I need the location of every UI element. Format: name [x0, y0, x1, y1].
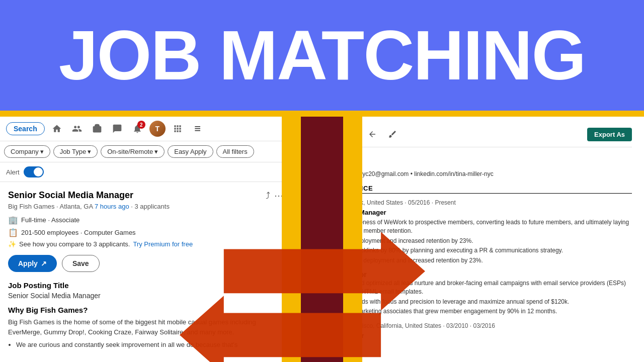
save-button[interactable]: Save	[62, 255, 100, 272]
applicant-count: ·	[131, 203, 134, 210]
main-content: Search 2 T ≡	[0, 117, 644, 362]
avatar[interactable]: T	[149, 121, 166, 137]
resume-linkedin: linkedin.com/in/tina-miller-nyc	[414, 170, 493, 177]
easy-apply-filter[interactable]: Easy Apply	[168, 145, 213, 158]
applicants: 3 applicants	[135, 203, 170, 210]
more-icon[interactable]: ≡	[190, 121, 206, 137]
action-row: Apply ↗ Save	[8, 255, 283, 272]
job-bullets: We are curious and constantly seek impro…	[8, 341, 283, 348]
dark-red-bar	[301, 117, 343, 362]
apps-icon[interactable]	[170, 121, 186, 137]
avatar-initial: T	[149, 121, 166, 137]
job-card: Senior Social Media Manager Big Fish Gam…	[0, 182, 291, 362]
company-size: 201-500 employees · Computer Games	[21, 229, 136, 236]
export-button[interactable]: Export As	[587, 128, 632, 141]
filter-bar: Company ▾ Job Type ▾ On-site/Remote ▾ Ea…	[0, 141, 291, 162]
briefcase-icon[interactable]	[89, 121, 105, 137]
why-title: Why Big Fish Games?	[8, 306, 283, 314]
job-title: Senior Social Media Manager	[8, 190, 170, 201]
job-type-filter[interactable]: Job Type ▾	[53, 145, 98, 158]
comparison-text: See how you compare to 3 applicants.	[19, 240, 130, 248]
nav-bar: Search 2 T ≡	[0, 117, 291, 141]
left-panel: Search 2 T ≡	[0, 117, 292, 362]
search-button[interactable]: Search	[6, 122, 45, 135]
hero-banner: JOB MATCHING	[0, 0, 644, 111]
premium-link[interactable]: Try Premium for free	[133, 240, 193, 248]
all-filters-button[interactable]: All filters	[216, 145, 254, 158]
job-bullet-1: We are curious and constantly seek impro…	[16, 341, 283, 348]
bell-icon[interactable]: 2	[129, 121, 145, 137]
sparkle-icon: ✨	[8, 240, 16, 248]
company-name: Big Fish Games	[8, 203, 54, 210]
why-text: Big Fish Games is the home of some of th…	[8, 317, 283, 337]
back-toolbar-icon[interactable]	[365, 127, 380, 142]
people-icon[interactable]	[69, 121, 85, 137]
gold-right-bar	[342, 117, 362, 362]
toggle-label: Alert	[6, 168, 20, 176]
notification-badge: 2	[137, 121, 145, 129]
gold-separator	[0, 111, 644, 117]
gold-left-bar	[282, 117, 302, 362]
paint-toolbar-icon[interactable]	[385, 127, 400, 142]
premium-row: ✨ See how you compare to 3 applicants. T…	[8, 240, 283, 248]
posting-title-label: Job Posting Title	[8, 281, 283, 290]
alert-toggle[interactable]	[24, 166, 44, 177]
external-link-icon: ↗	[41, 259, 47, 267]
company-size-icon: 📋	[8, 228, 18, 237]
company-filter[interactable]: Company ▾	[4, 145, 50, 158]
company-size-row: 📋 201-500 employees · Computer Games	[8, 228, 283, 237]
apply-button[interactable]: Apply ↗	[8, 255, 57, 272]
posted-time: 7 hours ago	[95, 203, 129, 210]
share-icon[interactable]: ⤴	[266, 191, 270, 201]
job-meta: Big Fish Games · Atlanta, GA 7 hours ago…	[8, 203, 170, 210]
message-icon[interactable]	[109, 121, 125, 137]
hero-title: JOB MATCHING	[59, 20, 586, 90]
employment-type: Full-time · Associate	[21, 216, 79, 224]
employment-icon: 🏢	[8, 215, 18, 225]
toggle-row: Alert	[0, 162, 291, 182]
home-icon[interactable]	[49, 121, 65, 137]
remote-filter[interactable]: On-site/Remote ▾	[101, 145, 165, 158]
posting-title-value: Senior Social Media Manager	[8, 292, 283, 300]
employment-row: 🏢 Full-time · Associate	[8, 215, 283, 225]
job-location: · Atlanta, GA	[56, 203, 95, 210]
toggle-knob	[34, 167, 43, 176]
